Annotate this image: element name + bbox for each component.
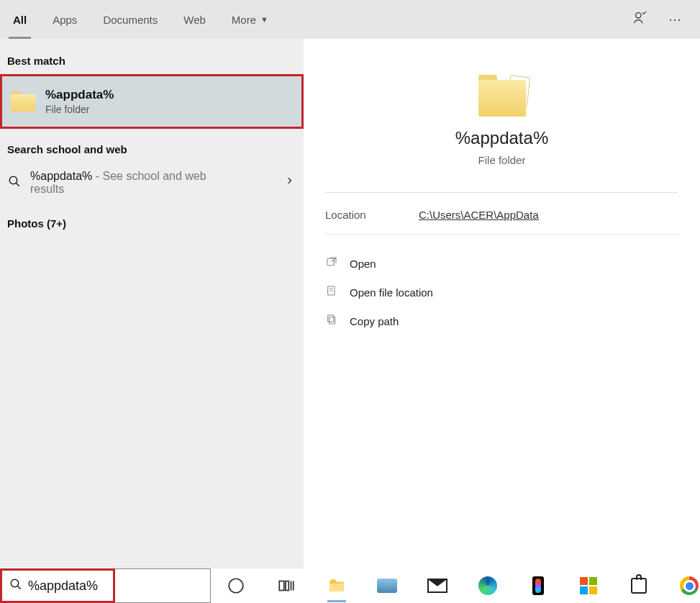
action-open-label: Open [350, 258, 376, 270]
svg-rect-14 [329, 584, 344, 591]
folder-icon-large [478, 75, 526, 117]
web-search-text: %appdata% - See school and web results [30, 170, 206, 196]
svg-line-2 [16, 183, 19, 186]
scanner-app-icon[interactable] [376, 575, 398, 597]
best-match-subtitle: File folder [45, 104, 114, 115]
divider [325, 192, 678, 193]
location-row: Location C:\Users\ACER\AppData [325, 204, 678, 225]
preview-actions: Open Open file location Copy path [325, 249, 678, 335]
svg-point-7 [11, 579, 19, 587]
search-icon [9, 578, 22, 594]
svg-rect-5 [329, 317, 335, 324]
web-search-query: %appdata% [30, 170, 92, 182]
folder-icon [11, 91, 35, 112]
action-copy-path-label: Copy path [350, 315, 399, 327]
svg-point-1 [9, 176, 17, 184]
web-search-result[interactable]: %appdata% - See school and web results › [0, 163, 304, 196]
file-explorer-icon[interactable] [326, 575, 347, 597]
task-view-icon[interactable] [276, 575, 297, 597]
best-match-title: %appdata% [45, 88, 114, 102]
svg-rect-11 [286, 581, 288, 591]
chevron-down-icon: ▼ [260, 15, 268, 24]
tab-more[interactable]: More ▼ [219, 0, 281, 39]
tab-more-label: More [232, 14, 256, 26]
best-match-result[interactable]: %appdata% File folder [0, 74, 304, 129]
chrome-icon[interactable] [678, 575, 700, 597]
action-open-file-location-label: Open file location [350, 286, 433, 299]
preview-hero: %appdata% File folder [325, 53, 678, 183]
web-search-hint1: See school and web [103, 170, 206, 182]
preview-pane: %appdata% File folder Location C:\Users\… [304, 39, 700, 568]
action-copy-path[interactable]: Copy path [325, 307, 678, 335]
svg-line-8 [17, 586, 21, 589]
shopping-bag-icon[interactable] [628, 575, 650, 597]
taskbar-search-box[interactable]: %appdata% [0, 568, 211, 603]
preview-subtitle: File folder [478, 154, 526, 166]
search-web-header: Search school and web [0, 137, 304, 163]
microsoft-store-icon[interactable] [578, 575, 599, 597]
action-open[interactable]: Open [325, 249, 678, 278]
tabs-left-group: All Apps Documents Web More ▼ [0, 0, 281, 39]
action-open-file-location[interactable]: Open file location [325, 278, 678, 307]
photos-header[interactable]: Photos (7+) [0, 212, 304, 237]
taskbar-icons [211, 568, 700, 603]
tab-all[interactable]: All [0, 0, 40, 39]
svg-rect-6 [328, 315, 334, 322]
tab-apps[interactable]: Apps [40, 0, 90, 39]
results-pane: Best match %appdata% File folder Search … [0, 39, 304, 568]
chevron-right-icon[interactable]: › [287, 171, 292, 188]
cortana-icon[interactable] [225, 575, 247, 597]
open-icon [325, 256, 338, 271]
feedback-icon[interactable] [632, 10, 648, 30]
best-match-header: Best match [0, 49, 304, 74]
taskbar: %appdata% [0, 568, 700, 603]
edge-icon[interactable] [477, 575, 499, 597]
search-filter-tabs: All Apps Documents Web More ▼ ⋯ [0, 0, 700, 39]
svg-rect-10 [279, 581, 284, 591]
figma-icon[interactable] [527, 575, 549, 597]
search-icon [7, 175, 22, 191]
best-match-text: %appdata% File folder [45, 88, 114, 115]
divider [325, 234, 678, 235]
svg-point-0 [636, 12, 641, 17]
svg-rect-3 [327, 258, 334, 265]
location-label: Location [325, 209, 419, 221]
tab-documents[interactable]: Documents [90, 0, 171, 39]
preview-title: %appdata% [455, 128, 548, 148]
web-search-hint2: results [30, 183, 206, 196]
location-link[interactable]: C:\Users\ACER\AppData [419, 209, 539, 221]
tab-web[interactable]: Web [171, 0, 219, 39]
folder-location-icon [325, 285, 338, 299]
mail-icon[interactable] [427, 575, 448, 597]
tabs-right-group: ⋯ [632, 10, 694, 30]
svg-point-9 [229, 579, 243, 593]
search-input-value: %appdata% [28, 579, 98, 594]
copy-icon [325, 314, 338, 328]
more-options-icon[interactable]: ⋯ [668, 12, 681, 27]
